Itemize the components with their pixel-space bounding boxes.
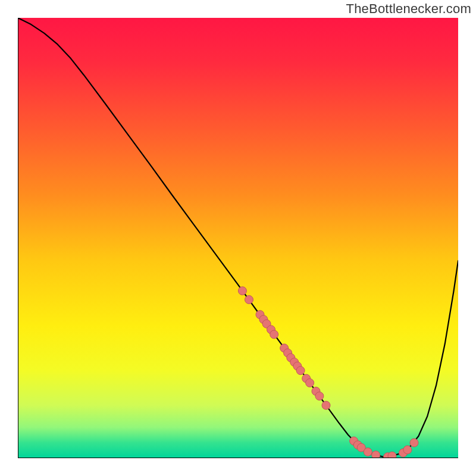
plot-area — [18, 18, 458, 458]
data-point — [315, 392, 324, 400]
data-point — [372, 451, 380, 458]
data-point — [270, 330, 278, 339]
data-point — [388, 452, 396, 458]
data-point — [245, 296, 253, 304]
watermark-text: TheBottlenecker.com — [346, 1, 471, 17]
data-point — [410, 439, 418, 447]
data-point — [403, 446, 412, 454]
chart-container: TheBottlenecker.com — [0, 0, 476, 476]
data-point — [322, 401, 330, 409]
data-point — [296, 367, 305, 375]
data-point — [364, 448, 372, 456]
data-point — [238, 287, 246, 295]
gradient-background — [18, 18, 458, 458]
data-point — [306, 378, 314, 387]
chart-svg — [18, 18, 458, 458]
